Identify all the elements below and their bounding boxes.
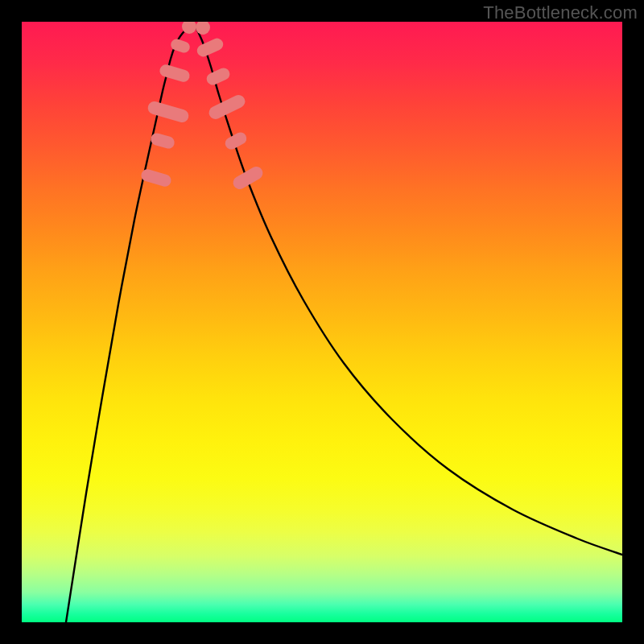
marker	[159, 64, 192, 84]
marker-pill	[204, 66, 232, 87]
marker	[231, 164, 266, 192]
marker-pill	[231, 164, 266, 192]
marker	[147, 100, 190, 124]
plot-area	[22, 22, 622, 622]
marker-pill	[147, 100, 190, 124]
marker	[207, 93, 247, 121]
marker-pill	[140, 168, 173, 188]
chart-svg	[22, 22, 622, 622]
marker-pill	[195, 36, 225, 59]
watermark-text: TheBottleneck.com	[483, 2, 638, 23]
marker-pill	[207, 93, 247, 121]
marker-pill	[150, 132, 176, 151]
marker	[150, 132, 176, 151]
chart-frame: TheBottleneck.com	[0, 0, 644, 644]
marker-pill	[159, 64, 192, 84]
curve-right	[195, 25, 622, 555]
marker	[140, 168, 173, 188]
marker	[195, 36, 225, 59]
markers-group	[140, 22, 266, 192]
marker	[204, 66, 232, 87]
